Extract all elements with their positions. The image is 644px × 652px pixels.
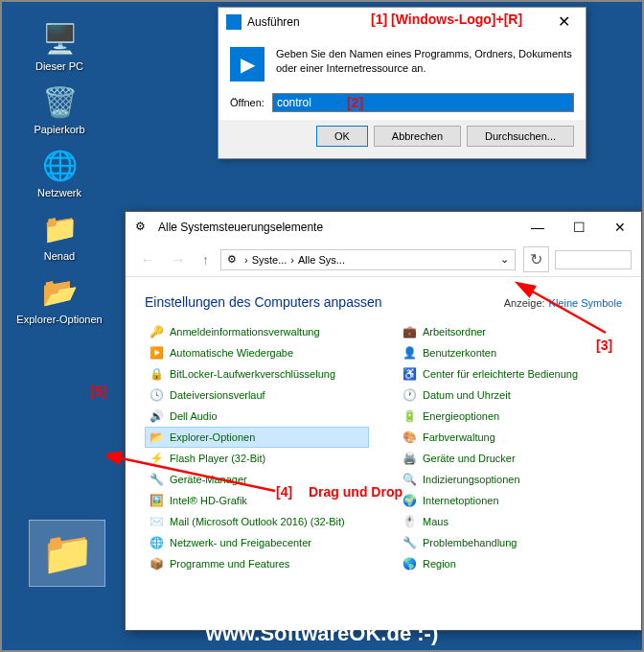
run-titlebar: Ausführen ✕ [218,8,586,35]
cp-item-icon: 💼 [402,324,417,339]
cp-item[interactable]: 🌎Region [398,553,622,574]
folder-icon: 📁 [40,209,79,247]
cp-item[interactable]: 🔧Geräte-Manager [145,469,369,490]
search-input[interactable] [555,250,632,269]
cp-item[interactable]: 🔒BitLocker-Laufwerkverschlüsselung [145,363,369,384]
run-input-row: Öffnen: [218,93,586,120]
icon-label: Netzwerk [37,187,81,198]
cp-item-label: Mail (Microsoft Outlook 2016) (32-Bit) [170,516,345,527]
ok-button[interactable]: OK [316,126,368,147]
icon-label: Papierkorb [34,124,84,135]
cp-item-icon: 📂 [149,430,164,445]
desktop-icon-netzwerk[interactable]: 🌐 Netzwerk [13,143,105,201]
run-input[interactable] [272,93,574,112]
cp-item[interactable]: 💼Arbeitsordner [398,321,622,342]
cp-titlebar: ⚙ Alle Systemsteuerungselemente — ☐ ✕ [126,212,641,243]
forward-button[interactable]: → [166,250,191,269]
drag-preview: 📁 [29,520,105,587]
close-button[interactable]: ✕ [550,12,578,31]
breadcrumb-part[interactable]: Syste... [252,254,288,266]
cp-item-label: Region [423,558,456,570]
icon-label: Nenad [44,250,75,262]
cp-item[interactable]: 📂Explorer-Optionen [145,427,369,448]
cp-item[interactable]: 🔋Energieoptionen [398,406,622,427]
cp-item[interactable]: 🕐Datum und Uhrzeit [398,384,622,406]
run-description: Geben Sie den Namen eines Programms, Ord… [276,47,574,82]
breadcrumb[interactable]: ⚙ › Syste... › Alle Sys... ⌄ [220,249,516,270]
cp-item-label: Maus [423,516,448,527]
minimize-button[interactable]: — [525,218,550,237]
close-button[interactable]: ✕ [609,218,632,237]
cp-item-icon: ⚡ [149,451,164,466]
cp-item[interactable]: 🔧Problembehandlung [398,532,622,553]
cp-item-label: Dell Audio [170,410,218,422]
cp-item[interactable]: 🎨Farbverwaltung [398,427,622,448]
cp-item-label: Center für erleichterte Bedienung [423,368,578,380]
cp-item-label: Netzwerk- und Freigabecenter [170,537,311,548]
cp-item[interactable]: ⚡Flash Player (32-Bit) [145,448,369,469]
watermark: www.SoftwareOK.de :-) [206,621,438,646]
cp-item-label: Benutzerkonten [423,347,496,359]
cp-item[interactable]: ♿Center für erleichterte Bedienung [398,363,622,384]
cp-item-icon: 🖨️ [402,451,417,466]
view-label: Anzeige: [504,297,545,309]
back-button[interactable]: ← [135,250,160,269]
breadcrumb-sep: › [290,254,294,266]
cp-title-text: Alle Systemsteuerungselemente [158,221,323,234]
cp-item-label: Internetoptionen [423,495,499,506]
browse-button[interactable]: Durchsuchen... [467,126,574,147]
pc-icon: 🖥️ [40,19,79,58]
cp-item[interactable]: 🌐Netzwerk- und Freigabecenter [145,532,369,553]
cp-item-label: Flash Player (32-Bit) [170,453,265,464]
cp-item-icon: ▶️ [149,345,164,361]
cp-item-label: Farbverwaltung [423,431,495,443]
icon-label: Explorer-Optionen [16,314,102,325]
run-title-text: Ausführen [247,15,300,29]
desktop-icon-papierkorb[interactable]: 🗑️ Papierkorb [13,80,105,138]
run-dialog: Ausführen ✕ ▶ Geben Sie den Namen eines … [218,7,586,159]
cp-item-label: Problembehandlung [423,537,517,548]
cp-item-icon: 🔒 [149,366,164,382]
cp-item[interactable]: 🕓Dateiversionsverlauf [145,384,369,406]
cp-item-icon: 🔧 [402,535,417,550]
cp-item-label: Automatische Wiedergabe [170,347,293,359]
cp-item[interactable]: 👤Benutzerkonten [398,342,622,363]
cp-item-label: Dateiversionsverlauf [170,389,265,401]
explorer-options-icon: 📂 [40,272,79,311]
desktop-icon-dieser-pc[interactable]: 🖥️ Dieser PC [13,16,105,75]
chevron-down-icon[interactable]: ⌄ [500,253,509,266]
network-icon: 🌐 [40,146,79,184]
breadcrumb-icon: ⚙ [227,253,241,267]
cp-item[interactable]: 📦Programme und Features [145,553,369,574]
cp-item[interactable]: 🖼️Intel® HD-Grafik [145,490,369,511]
cp-item-label: Geräte-Manager [170,474,247,485]
cp-item[interactable]: ✉️Mail (Microsoft Outlook 2016) (32-Bit) [145,511,369,532]
run-program-icon: ▶ [230,47,264,82]
maximize-button[interactable]: ☐ [567,218,591,237]
cp-item[interactable]: 🌍Internetoptionen [398,490,622,511]
desktop-icon-explorer-optionen[interactable]: 📂 Explorer-Optionen [13,269,105,328]
cp-item-icon: 🌍 [402,493,417,508]
cancel-button[interactable]: Abbrechen [374,126,461,147]
breadcrumb-part[interactable]: Alle Sys... [298,254,345,266]
desktop-icon-nenad[interactable]: 📁 Nenad [13,206,105,265]
up-button[interactable]: ↑ [196,250,215,269]
cp-item[interactable]: 🖨️Geräte und Drucker [398,448,622,469]
cp-item-label: Datum und Uhrzeit [423,389,511,401]
cp-item[interactable]: 🖱️Maus [398,511,622,532]
cp-item[interactable]: 🔑Anmeldeinformationsverwaltung [145,321,369,342]
cp-item-icon: ✉️ [149,514,164,529]
cp-nav: ← → ↑ ⚙ › Syste... › Alle Sys... ⌄ ↻ [126,243,641,277]
view-link[interactable]: Kleine Symbole [549,297,622,309]
cp-item-label: Energieoptionen [423,410,499,422]
cp-item-icon: 🔧 [149,472,164,487]
cp-item-icon: 📦 [149,556,164,571]
refresh-button[interactable]: ↻ [523,246,549,272]
cp-window-icon: ⚙ [135,220,150,235]
window-controls: — ☐ ✕ [525,218,632,237]
cp-item[interactable]: 🔊Dell Audio [145,406,369,427]
cp-column-left: 🔑Anmeldeinformationsverwaltung▶️Automati… [145,321,369,618]
cp-item[interactable]: ▶️Automatische Wiedergabe [145,342,369,363]
cp-item-icon: 🔍 [402,472,417,487]
cp-item[interactable]: 🔍Indizierungsoptionen [398,469,622,490]
